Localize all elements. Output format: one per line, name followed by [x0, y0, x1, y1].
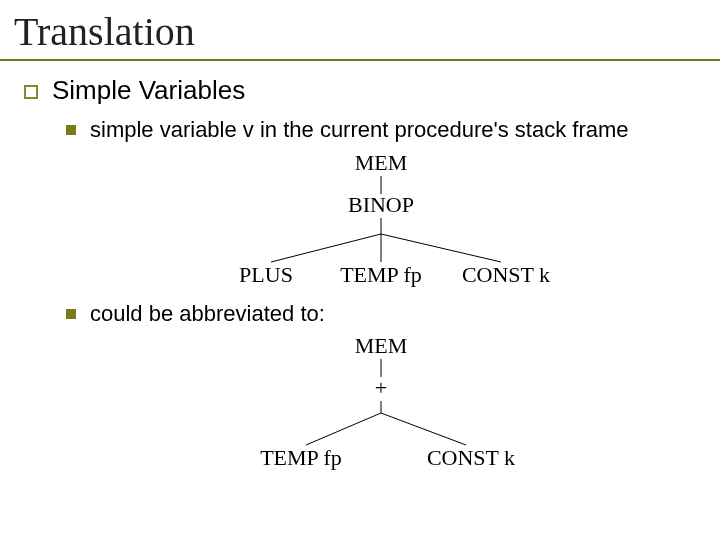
tree2-edge-left: [306, 413, 381, 445]
section-heading: Simple Variables: [52, 75, 245, 106]
tree1-edge-left: [271, 234, 381, 262]
bullet-text-1: simple variable v in the current procedu…: [90, 116, 629, 144]
tree-diagram-2: MEM + TEMP fp CONST k: [66, 333, 696, 473]
slide-content: Simple Variables simple variable v in th…: [0, 61, 720, 473]
tree2-const-node: CONST k: [427, 445, 515, 470]
tree1-edge-right: [381, 234, 501, 262]
tree2-temp-node: TEMP fp: [260, 445, 342, 470]
tree-diagram-1: MEM BINOP PLUS TEMP fp CONST k: [66, 150, 696, 290]
tree1-plus-node: PLUS: [239, 262, 293, 287]
filled-square-bullet-icon: [66, 309, 76, 319]
tree2-svg: MEM + TEMP fp CONST k: [221, 333, 541, 473]
bullet-text-2: could be abbreviated to:: [90, 300, 325, 328]
filled-square-bullet-icon: [66, 125, 76, 135]
slide-title: Translation: [14, 8, 720, 55]
tree1-mem-node: MEM: [355, 150, 408, 175]
section-row: Simple Variables: [24, 75, 696, 106]
tree1-const-node: CONST k: [462, 262, 550, 287]
bullet-row-1: simple variable v in the current procedu…: [66, 116, 696, 144]
tree2-mem-node: MEM: [355, 333, 408, 358]
tree2-edge-right: [381, 413, 466, 445]
tree1-binop-node: BINOP: [348, 192, 414, 217]
tree1-temp-node: TEMP fp: [340, 262, 422, 287]
subsection-block: simple variable v in the current procedu…: [66, 116, 696, 473]
hollow-square-bullet-icon: [24, 85, 38, 99]
tree1-svg: MEM BINOP PLUS TEMP fp CONST k: [201, 150, 561, 290]
bullet-row-2: could be abbreviated to:: [66, 300, 696, 328]
tree2-plus-node: +: [375, 375, 387, 400]
